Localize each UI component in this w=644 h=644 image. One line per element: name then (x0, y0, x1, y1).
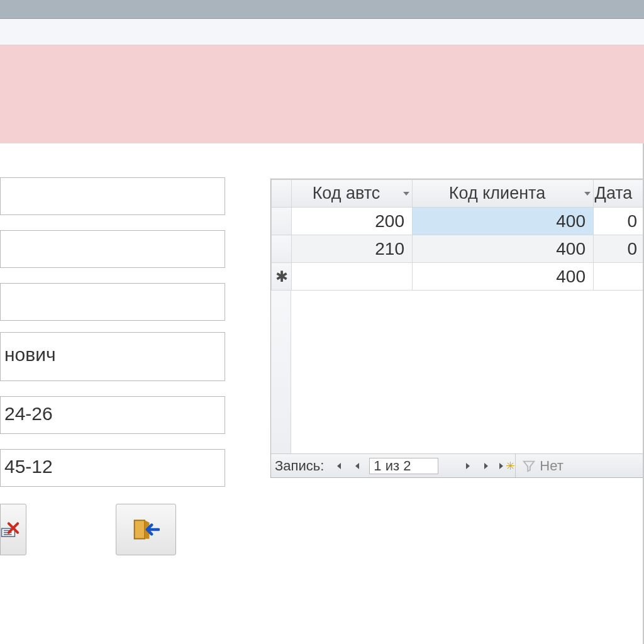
close-form-button[interactable] (116, 504, 176, 555)
cell[interactable]: 400 (413, 208, 594, 235)
cell[interactable]: 200 (292, 208, 413, 235)
cell[interactable]: 400 (413, 263, 594, 291)
table-row[interactable]: 210 400 0 (272, 235, 645, 263)
grid-table: Код автс Код клиента Дата 200 400 0 210 … (271, 179, 644, 291)
cell[interactable]: 400 (413, 235, 594, 263)
recnav-prev-button[interactable] (348, 457, 367, 475)
svg-rect-4 (135, 520, 145, 538)
delete-record-icon (1, 517, 21, 542)
dropdown-icon[interactable] (584, 192, 591, 196)
funnel-icon (522, 459, 536, 473)
recnav-last-button[interactable] (477, 457, 496, 475)
grid-select-all[interactable] (272, 180, 292, 208)
grid-col-header-date[interactable]: Дата (594, 180, 645, 208)
ribbon-placeholder (0, 19, 644, 45)
recnav-position-box[interactable]: 1 из 2 (369, 458, 438, 474)
cell[interactable] (292, 263, 413, 291)
col-label: Дата (595, 184, 633, 203)
dropdown-icon[interactable] (403, 192, 409, 196)
form-header-band (0, 45, 644, 143)
row-selector[interactable] (272, 208, 292, 235)
door-exit-icon (132, 517, 160, 542)
grid-col-header-clientcode[interactable]: Код клиента (413, 180, 594, 208)
form-button-row (0, 504, 176, 555)
grid-col-header-autocode[interactable]: Код автс (292, 180, 413, 208)
field-1[interactable] (0, 177, 225, 215)
recnav-filter-indicator[interactable]: Нет (515, 454, 563, 477)
field-3[interactable] (0, 283, 225, 321)
recnav-next-button[interactable] (458, 457, 477, 475)
grid-empty-area (271, 291, 644, 455)
filter-label: Нет (540, 458, 563, 474)
subform-datasheet[interactable]: Код автс Код клиента Дата 200 400 0 210 … (270, 179, 644, 478)
field-6[interactable]: 45-12 (0, 449, 225, 487)
recnav-first-button[interactable] (329, 457, 348, 475)
cell[interactable]: 210 (292, 235, 413, 263)
record-navigator: Запись: 1 из 2 ✳ Нет (271, 453, 644, 477)
recnav-new-button[interactable]: ✳ (496, 457, 515, 475)
table-row[interactable]: 200 400 0 (272, 208, 645, 235)
cell[interactable]: 0 (594, 235, 645, 263)
field-5[interactable]: 24-26 (0, 396, 225, 434)
field-4[interactable]: нович (0, 332, 225, 381)
field-2[interactable] (0, 230, 225, 268)
col-label: Код клиента (449, 184, 545, 203)
window-titlebar (0, 0, 644, 19)
new-row-marker[interactable]: ✱ (272, 263, 292, 291)
grid-header-row: Код автс Код клиента Дата (272, 180, 645, 208)
new-record-star-icon: ✳ (506, 459, 515, 473)
recnav-label: Запись: (271, 458, 329, 474)
cell[interactable] (594, 263, 645, 291)
form-body: нович 24-26 45-12 (0, 143, 644, 644)
col-label: Код автс (313, 184, 380, 203)
row-selector[interactable] (272, 235, 292, 263)
table-new-row[interactable]: ✱ 400 (272, 263, 645, 291)
left-field-column: нович 24-26 45-12 (0, 177, 226, 502)
delete-record-button[interactable] (0, 504, 26, 555)
cell[interactable]: 0 (594, 208, 645, 235)
